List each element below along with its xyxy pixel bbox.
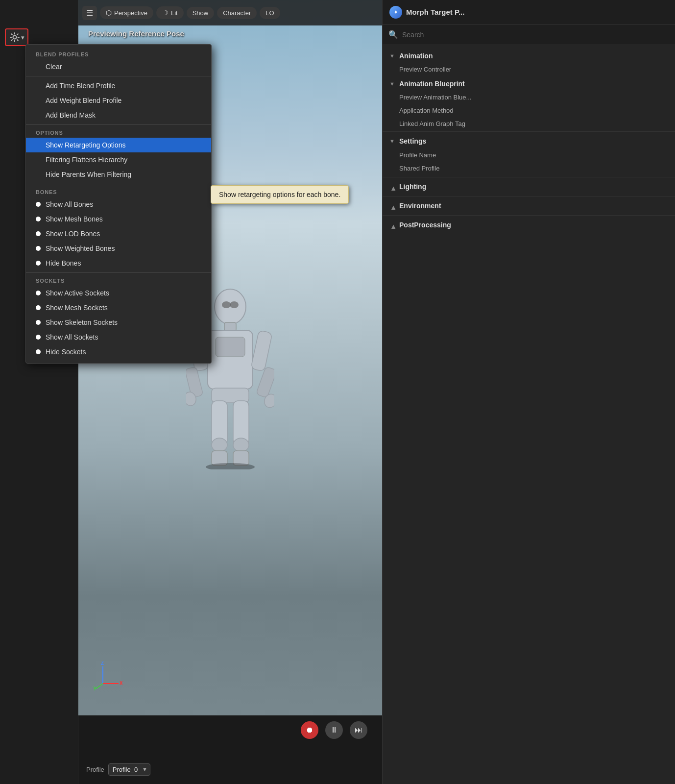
postprocessing-collapse-arrow: ▶ (390, 221, 396, 228)
animation-blueprint-header[interactable]: ▼ Animation Blueprint (383, 77, 675, 91)
viewport-toolbar: ☰ ⬡ Perspective ☽ Lit Show Character LO (78, 0, 382, 25)
svg-text:X: X (120, 681, 122, 686)
profile-select[interactable]: Profile_0 (108, 763, 150, 776)
options-header: OPTIONS (26, 127, 211, 138)
svg-point-16 (212, 438, 227, 452)
clear-menu-item[interactable]: Clear (26, 59, 211, 74)
search-input[interactable] (402, 31, 669, 39)
bullet-5 (36, 261, 41, 266)
divider-4 (26, 272, 211, 273)
search-icon: 🔍 (388, 30, 398, 39)
profile-label: Profile (86, 766, 104, 773)
linked-anim-graph-tag-item[interactable]: Linked Anim Graph Tag (383, 117, 675, 130)
show-all-sockets-menu-item[interactable]: Show All Sockets (26, 330, 211, 344)
no-bullet-4 (36, 113, 41, 118)
add-blend-mask-menu-item[interactable]: Add Blend Mask (26, 108, 211, 122)
animation-blueprint-section: ▼ Animation Blueprint Preview Animation … (383, 77, 675, 130)
show-weighted-bones-menu-item[interactable]: Show Weighted Bones (26, 241, 211, 256)
bullet-9 (36, 335, 41, 340)
hide-parents-menu-item[interactable]: Hide Parents When Filtering (26, 167, 211, 182)
pause-button[interactable]: ⏸ (325, 721, 343, 739)
show-mesh-bones-menu-item[interactable]: Show Mesh Bones (26, 212, 211, 226)
hide-sockets-menu-item[interactable]: Hide Sockets (26, 344, 211, 359)
gear-button[interactable]: ▾ (5, 28, 28, 46)
retargeting-tooltip: Show retargeting options for each bone. (211, 185, 349, 204)
panel-header-icon: ✦ (389, 6, 402, 19)
animation-collapse-arrow: ▼ (389, 53, 396, 59)
postprocessing-subsection: ▶ PostProcessing (383, 215, 675, 234)
svg-point-1 (215, 289, 246, 324)
show-active-sockets-menu-item[interactable]: Show Active Sockets (26, 286, 211, 300)
bullet-2 (36, 217, 41, 221)
show-skeleton-sockets-menu-item[interactable]: Show Skeleton Sockets (26, 315, 211, 330)
perspective-button[interactable]: ⬡ Perspective (100, 6, 153, 19)
show-retargeting-menu-item[interactable]: Show Retargeting Options (26, 138, 211, 152)
no-bullet-5 (36, 143, 41, 147)
svg-text:Z: Z (101, 662, 104, 666)
animation-section: ▼ Animation Preview Controller (383, 49, 675, 76)
animation-section-label: Animation (399, 52, 433, 60)
anim-bp-collapse-arrow: ▼ (389, 81, 396, 87)
profile-select-wrap: Profile_0 ▼ (108, 763, 150, 776)
show-button[interactable]: Show (187, 7, 215, 19)
svg-point-3 (230, 301, 239, 308)
animation-blueprint-label: Animation Blueprint (399, 80, 465, 88)
search-bar: 🔍 (383, 24, 675, 45)
animation-section-header[interactable]: ▼ Animation (383, 49, 675, 63)
panel-title: Morph Target P... (406, 8, 464, 16)
viewport-label: Previewing Reference Pose (88, 29, 184, 38)
add-weight-blend-menu-item[interactable]: Add Weight Blend Profile (26, 93, 211, 108)
bullet-8 (36, 320, 41, 325)
settings-collapse-arrow: ▼ (389, 138, 396, 144)
pause-icon: ⏸ (330, 726, 338, 735)
gear-dropdown-arrow: ▾ (21, 34, 24, 41)
postprocessing-subsection-header[interactable]: ▶ PostProcessing (383, 218, 675, 232)
dropdown-menu: BLEND PROFILES Clear Add Time Blend Prof… (25, 44, 212, 364)
environment-collapse-arrow: ▶ (390, 202, 396, 209)
svg-rect-8 (251, 330, 272, 371)
viewport-menu-button[interactable]: ☰ (82, 6, 97, 20)
filtering-flattens-menu-item[interactable]: Filtering Flattens Hierarchy (26, 152, 211, 167)
lighting-collapse-arrow: ▶ (390, 183, 396, 190)
right-panel-tree: ▼ Animation Preview Controller ▼ Animati… (383, 45, 675, 784)
blend-profiles-header: BLEND PROFILES (26, 49, 211, 59)
environment-label: Environment (399, 202, 441, 210)
axis-indicator: Z X Y (93, 662, 122, 691)
settings-label: Settings (399, 137, 426, 145)
show-mesh-sockets-menu-item[interactable]: Show Mesh Sockets (26, 300, 211, 315)
add-time-blend-menu-item[interactable]: Add Time Blend Profile (26, 78, 211, 93)
moon-icon: ☽ (162, 9, 169, 17)
settings-subsection-header[interactable]: ▼ Settings (383, 134, 675, 148)
hamburger-icon: ☰ (86, 8, 93, 18)
environment-subsection: ▶ Environment (383, 196, 675, 215)
cube-icon: ⬡ (106, 9, 112, 17)
step-forward-button[interactable]: ⏭ (350, 721, 367, 739)
lighting-subsection-header[interactable]: ▶ Lighting (383, 179, 675, 194)
viewport-bottom-bar: ⏺ ⏸ ⏭ (78, 715, 382, 745)
bullet-6 (36, 291, 41, 295)
svg-point-17 (233, 438, 249, 452)
gear-icon (9, 32, 20, 43)
divider-2 (26, 124, 211, 125)
hide-bones-menu-item[interactable]: Hide Bones (26, 256, 211, 270)
preview-animation-blue-item[interactable]: Preview Animation Blue... (383, 91, 675, 104)
application-method-item[interactable]: Application Method (383, 104, 675, 117)
preview-controller-item[interactable]: Preview Controller (383, 63, 675, 76)
svg-rect-6 (216, 337, 245, 357)
divider-3 (26, 184, 211, 184)
no-bullet-7 (36, 172, 41, 177)
show-all-bones-menu-item[interactable]: Show All Bones (26, 197, 211, 212)
bones-header: BONES (26, 186, 211, 197)
record-button[interactable]: ⏺ (301, 721, 318, 739)
record-icon: ⏺ (306, 726, 313, 735)
character-button[interactable]: Character (217, 7, 257, 19)
settings-subsection: ▼ Settings Profile Name Shared Profile (383, 131, 675, 177)
lod-button[interactable]: LO (260, 7, 280, 19)
profile-bar: Profile Profile_0 ▼ (78, 755, 382, 784)
right-panel: ✦ Morph Target P... 🔍 ▼ Animation Previe… (382, 0, 675, 784)
postprocessing-label: PostProcessing (399, 221, 451, 229)
show-lod-bones-menu-item[interactable]: Show LOD Bones (26, 226, 211, 241)
lit-button[interactable]: ☽ Lit (156, 6, 184, 19)
environment-subsection-header[interactable]: ▶ Environment (383, 198, 675, 213)
sockets-header: SOCKETS (26, 275, 211, 286)
